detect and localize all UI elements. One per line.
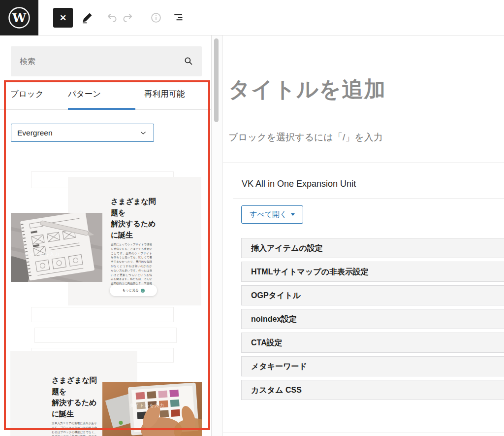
redo-icon (121, 11, 134, 24)
undo-button[interactable] (105, 11, 119, 25)
block-inserter-toggle-button[interactable]: ✕ (53, 8, 73, 28)
accordion-item-cta[interactable]: CTA設定 (241, 333, 504, 353)
undo-icon (106, 11, 119, 24)
redo-button[interactable] (121, 11, 134, 25)
notebook-wireframe-image (11, 213, 102, 282)
accordion-item-meta-keywords[interactable]: メタキーワード (241, 356, 504, 376)
accordion-item-sitemap-hide[interactable]: HTMLサイトマップの非表示設定 (241, 262, 504, 282)
metabox-separator (223, 163, 504, 163)
wordpress-logo-icon: W (8, 6, 31, 29)
search-input[interactable] (11, 46, 202, 76)
accordion-item-insert-settings[interactable]: 挿入アイテムの設定 (241, 238, 504, 258)
triangle-down-icon (291, 213, 295, 216)
pattern-item-2[interactable] (0, 307, 212, 324)
svg-text:W: W (12, 11, 27, 25)
pattern-category-select[interactable]: Evergreen (11, 124, 154, 142)
chevron-down-icon (139, 129, 148, 137)
wordpress-logo[interactable]: W (0, 0, 38, 35)
metabox-title: VK All in One Expansion Unit (242, 179, 356, 189)
cover-title-overlay: タイトルを入力 (25, 251, 60, 258)
pattern-placeholder-box (34, 328, 177, 343)
editor-top-bar: W ✕ (0, 0, 504, 35)
wordpress-block-editor: W ✕ (0, 0, 504, 436)
search-icon (182, 55, 195, 67)
pattern-preview-photo-tablet: タイトルを入力 (102, 382, 202, 436)
tablet-hands-image (102, 382, 202, 436)
scrollbar-track (212, 35, 222, 436)
arrow-circle-icon: → (141, 289, 145, 293)
expand-all-label: すべて開く (250, 210, 287, 219)
list-view-icon (173, 11, 186, 24)
canvas-bottom-edge (223, 433, 504, 433)
post-title-placeholder[interactable]: タイトルを追加 (228, 75, 386, 104)
accordion-item-noindex[interactable]: noindex設定 (241, 309, 504, 329)
pencil-icon (81, 11, 94, 24)
active-tab-indicator (68, 108, 135, 110)
pattern-item-1[interactable]: タイトルを入力 さまざまな問題を 解決するために誕生 企業にとってウェブサイトで… (0, 171, 212, 305)
more-button: もっと見る → (110, 285, 157, 296)
pattern-item-5[interactable]: さまざまな問題を 解決するために誕生 文章入力エリアの左右に余白があります。ブロ… (0, 351, 212, 436)
accordion-item-custom-css[interactable]: カスタム CSS (241, 380, 504, 400)
tab-blocks[interactable]: ブロック (10, 89, 44, 100)
info-icon (150, 11, 162, 24)
more-button-label: もっと見る (122, 288, 138, 293)
inserter-tabs: ブロック パターン 再利用可能 (0, 81, 212, 110)
editor-canvas: タイトルを追加 ブロックを選択するには「/」を入力 VK All in One … (222, 35, 504, 436)
details-button[interactable] (149, 11, 163, 25)
pattern-placeholder-box (31, 307, 174, 322)
list-view-button[interactable] (172, 11, 186, 25)
tab-reusable[interactable]: 再利用可能 (144, 89, 185, 100)
block-inserter-panel: ブロック パターン 再利用可能 Evergreen (0, 35, 212, 436)
pattern-category-value: Evergreen (17, 129, 53, 137)
edit-tool-button[interactable] (80, 11, 94, 25)
pattern-body-text: 文章入力エリアの左右に余白があります。ブロックパターンはの組み合わせはブロックの… (52, 421, 97, 436)
cover-title-overlay: タイトルを入力 (129, 402, 164, 409)
search-box (11, 46, 202, 76)
post-body-placeholder[interactable]: ブロックを選択するには「/」を入力 (228, 131, 383, 144)
expand-all-button[interactable]: すべて開く (241, 205, 303, 224)
scrollbar-thumb[interactable] (214, 38, 219, 122)
accordion-item-ogp-title[interactable]: OGPタイトル (241, 285, 504, 305)
pattern-heading: さまざまな問題を 解決するために誕生 (52, 375, 101, 419)
tab-patterns[interactable]: パターン (68, 89, 101, 100)
pattern-item-3[interactable] (0, 328, 212, 344)
pattern-heading: さまざまな問題を 解決するために誕生 (111, 196, 160, 240)
pattern-preview-photo-notebook: タイトルを入力 (11, 213, 102, 282)
close-icon: ✕ (60, 13, 66, 23)
metabox-title-underline (233, 199, 504, 199)
